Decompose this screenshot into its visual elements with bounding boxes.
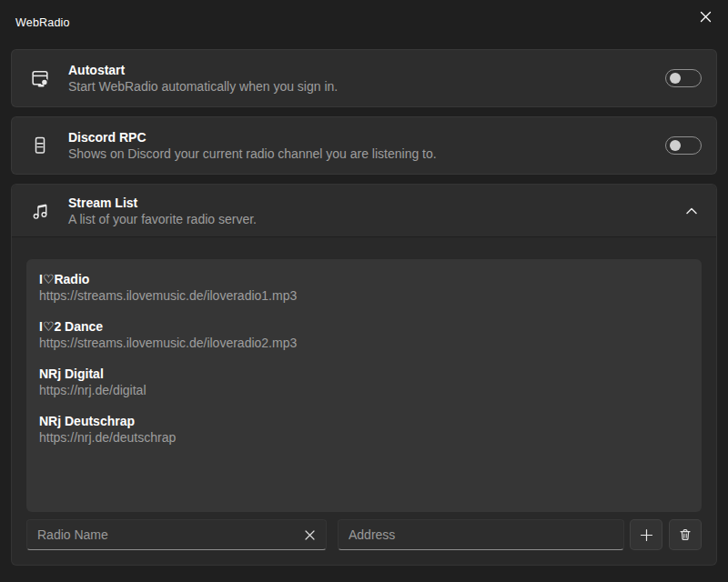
plus-icon [640, 528, 653, 542]
toggle-knob [670, 140, 681, 151]
titlebar: WebRadio [0, 0, 728, 42]
close-button[interactable] [692, 4, 719, 29]
stream-list-title: Stream List [68, 195, 667, 211]
autostart-title: Autostart [68, 62, 665, 78]
station-name: I♡Radio [39, 271, 689, 287]
close-icon [700, 11, 712, 23]
station-url: https://nrj.de/digital [39, 382, 689, 398]
chevron-up-icon [685, 206, 698, 216]
clear-x-icon [305, 530, 315, 540]
station-item[interactable]: NRj Digital https://nrj.de/digital [39, 366, 689, 398]
app-window-user-icon [12, 67, 68, 90]
station-item[interactable]: NRj Deutschrap https://nrj.de/deutschrap [39, 413, 689, 446]
discord-rpc-description: Shows on Discord your current radio chan… [68, 146, 665, 162]
stream-list-content: I♡Radio https://streams.ilovemusic.de/il… [12, 237, 716, 565]
window-title: WebRadio [15, 16, 70, 29]
stream-list-text: Stream List A list of your favorite radi… [68, 195, 667, 227]
server-icon [12, 135, 68, 156]
station-name: I♡2 Dance [39, 318, 689, 335]
autostart-text: Autostart Start WebRadio automatically w… [68, 62, 665, 95]
station-url: https://nrj.de/deutschrap [39, 429, 689, 446]
station-item[interactable]: I♡2 Dance https://streams.ilovemusic.de/… [39, 318, 689, 351]
stream-list-description: A list of your favorite radio server. [68, 211, 667, 227]
music-notes-icon [12, 200, 68, 222]
radio-name-input[interactable] [26, 519, 327, 550]
card-discord-rpc: Discord RPC Shows on Discord your curren… [11, 116, 717, 175]
clear-name-button[interactable] [298, 524, 321, 546]
station-name: NRj Deutschrap [39, 413, 689, 429]
stream-list-expander: Stream List A list of your favorite radi… [11, 184, 717, 566]
station-editor-row [26, 519, 702, 550]
station-url: https://streams.ilovemusic.de/iloveradio… [39, 287, 689, 304]
settings-page: Autostart Start WebRadio automatically w… [0, 42, 728, 566]
discord-rpc-text: Discord RPC Shows on Discord your curren… [68, 129, 665, 162]
discord-rpc-toggle[interactable] [665, 136, 702, 155]
station-item[interactable]: I♡Radio https://streams.ilovemusic.de/il… [39, 271, 689, 304]
add-station-button[interactable] [630, 519, 662, 550]
autostart-toggle[interactable] [665, 69, 702, 87]
trash-icon [678, 527, 693, 542]
card-autostart: Autostart Start WebRadio automatically w… [11, 49, 717, 107]
station-name: NRj Digital [39, 366, 689, 382]
autostart-description: Start WebRadio automatically when you si… [68, 78, 665, 95]
delete-station-button[interactable] [669, 519, 702, 550]
station-list[interactable]: I♡Radio https://streams.ilovemusic.de/il… [26, 259, 702, 512]
collapse-button[interactable] [667, 206, 716, 216]
stream-list-header[interactable]: Stream List A list of your favorite radi… [12, 185, 716, 237]
discord-rpc-title: Discord RPC [68, 129, 665, 146]
toggle-knob [670, 73, 681, 84]
address-input[interactable] [338, 519, 624, 550]
station-url: https://streams.ilovemusic.de/iloveradio… [39, 335, 689, 351]
